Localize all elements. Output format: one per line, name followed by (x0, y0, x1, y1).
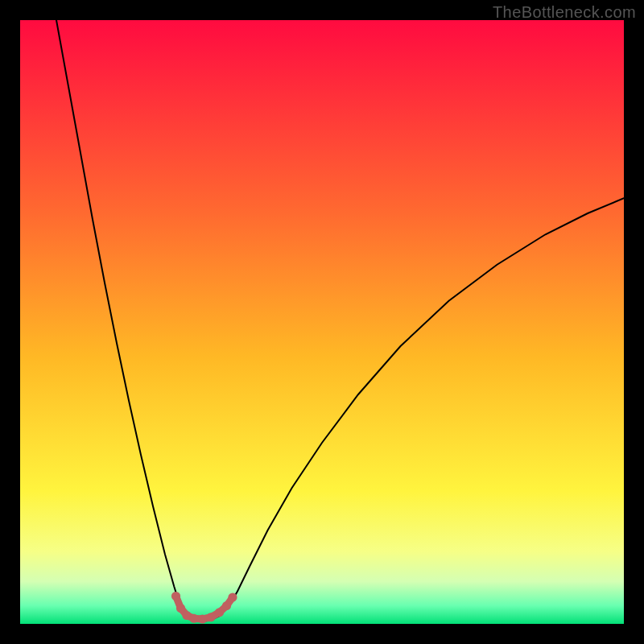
svg-point-4 (198, 614, 207, 623)
svg-point-1 (176, 604, 185, 613)
watermark-text: TheBottleneck.com (493, 3, 636, 22)
plot-svg (20, 20, 624, 624)
svg-point-6 (215, 608, 224, 617)
chart-stage: TheBottleneck.com (0, 0, 644, 644)
svg-point-8 (228, 592, 237, 601)
svg-point-0 (171, 592, 180, 601)
svg-point-5 (206, 613, 215, 621)
svg-point-3 (189, 614, 198, 623)
svg-point-7 (222, 601, 231, 610)
plot-area (20, 20, 624, 624)
gradient-background (20, 20, 624, 624)
